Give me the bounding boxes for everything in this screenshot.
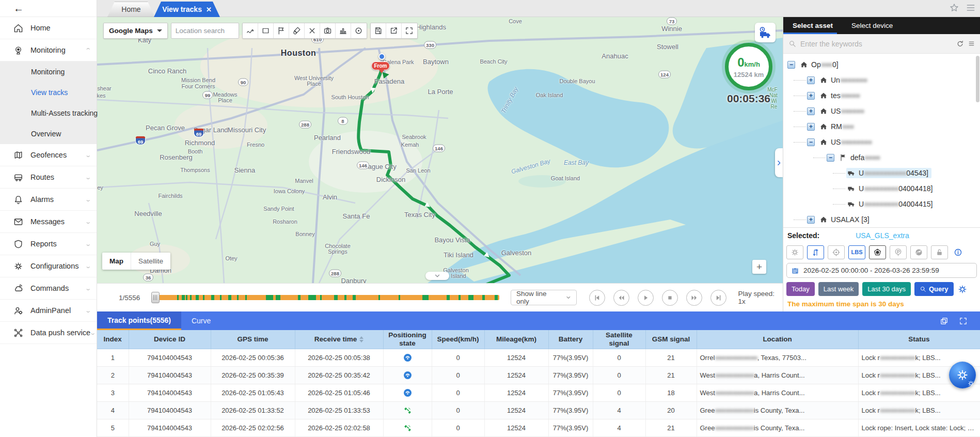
copy-window-icon[interactable] (940, 317, 949, 325)
favorite-star-icon[interactable] (949, 3, 959, 13)
collapse-sidebar-icon[interactable]: ← (13, 3, 24, 14)
sidebar-item-reports[interactable]: Reports⌄ (0, 233, 97, 255)
sidebar-item-monitoring[interactable]: Monitoring (0, 61, 97, 82)
sidebar-item-adminpanel[interactable]: AdminPanel⌄ (0, 300, 97, 322)
sidebar-item-monitoring[interactable]: Monitoring⌃ (0, 39, 97, 61)
tree-node[interactable]: −US■■■■■■■■ (783, 134, 980, 150)
map-type-map-button[interactable]: Map (102, 253, 131, 270)
sidebar-item-home[interactable]: Home (0, 17, 97, 39)
tree-node-selected[interactable]: U■■■■■■■■■■■04543] (783, 165, 980, 181)
collapse-node-icon[interactable]: − (807, 138, 815, 146)
tree-node[interactable]: +tes■■■■■ (783, 88, 980, 103)
query-settings-icon[interactable] (957, 282, 968, 296)
tree-node[interactable]: U■■■■■■■■■04004415] (783, 196, 980, 212)
expand-node-icon[interactable]: + (807, 107, 815, 115)
sidebar-item-geofences[interactable]: Geofences⌄ (0, 144, 97, 166)
last-week-button[interactable]: Last week (818, 282, 859, 296)
lock-toggle[interactable] (931, 245, 948, 259)
save-button[interactable] (371, 23, 386, 38)
delete-button[interactable] (305, 23, 320, 38)
table-row[interactable]: 57941040045432026-02-25 02:02:562026-02-… (97, 419, 980, 436)
slider-handle[interactable] (151, 292, 160, 303)
follow-toggle[interactable] (828, 245, 845, 259)
skip-start-button[interactable] (589, 290, 605, 306)
tab-view-tracks[interactable]: View tracks ✕ (154, 2, 220, 17)
date-range-picker[interactable]: 2026-02-25 00:00:00 - 2026-03-26 23:59:5… (786, 263, 977, 278)
playback-slider[interactable] (151, 292, 499, 303)
asset-list-toggle-button[interactable] (755, 23, 776, 42)
clear-draw-button[interactable] (289, 23, 305, 38)
panel-toggle-button[interactable] (775, 148, 783, 177)
map-canvas[interactable]: HoustonKatyCinco RanchMission BendFour C… (97, 17, 783, 283)
tree-node[interactable]: +US■■■■■■ (783, 103, 980, 119)
sidebar-item-commands[interactable]: Commands⌄ (0, 277, 97, 300)
map-provider-dropdown[interactable]: Google Maps (103, 23, 168, 39)
sidebar-item-multi-assets-tracking[interactable]: Multi-Assets tracking (0, 103, 97, 123)
tree-menu-icon[interactable] (968, 40, 975, 48)
rewind-button[interactable] (613, 290, 629, 306)
parking-toggle[interactable] (890, 245, 907, 259)
tree-node[interactable]: +RM■■■ (783, 119, 980, 134)
selected-asset-link[interactable]: USA_GLS_extra (856, 231, 909, 240)
export-button[interactable] (386, 23, 402, 38)
tree-node[interactable]: U■■■■■■■■■04004418] (783, 181, 980, 196)
table-row[interactable]: 37941040045432026-02-25 01:05:432026-02-… (97, 384, 980, 401)
sidebar-item-routes[interactable]: Routes⌄ (0, 166, 97, 189)
tab-track-points[interactable]: Track points(5556) (97, 311, 181, 330)
chart-button[interactable] (336, 23, 351, 38)
tree-node[interactable]: +USALAX [3] (783, 212, 980, 227)
settings-toggle[interactable] (786, 245, 803, 259)
draw-curve-button[interactable] (243, 23, 258, 38)
sidebar-item-alarms[interactable]: Alarms⌄ (0, 189, 97, 211)
fast-forward-button[interactable] (686, 290, 702, 306)
table-row[interactable]: 27941040045432026-02-25 00:35:392026-02-… (97, 366, 980, 384)
close-tab-icon[interactable]: ✕ (206, 6, 212, 13)
sidebar-item-data-push-service[interactable]: Data push service⌄ (0, 322, 97, 344)
sidebar-item-view-tracks[interactable]: View tracks (0, 82, 97, 103)
draw-flag-button[interactable] (274, 23, 289, 38)
line-display-select[interactable]: Show line only (511, 290, 577, 305)
expand-node-icon[interactable]: + (807, 76, 815, 84)
dashboard-toggle[interactable] (910, 245, 927, 259)
expand-node-icon[interactable]: + (807, 92, 815, 100)
tab-select-device[interactable]: Select device (842, 17, 902, 34)
expand-node-icon[interactable]: + (807, 123, 815, 131)
tab-select-asset[interactable]: Select asset (783, 17, 842, 34)
sidebar-item-overview[interactable]: Overview (0, 123, 97, 144)
play-button[interactable] (638, 290, 654, 306)
tree-node[interactable]: −defa■■■■ (783, 150, 980, 165)
zoom-in-button[interactable]: + (752, 260, 766, 274)
lbs-toggle[interactable]: LBS (848, 245, 865, 259)
tab-curve[interactable]: Curve (181, 311, 221, 330)
slider-track[interactable] (159, 295, 499, 300)
keyword-search-input[interactable] (800, 40, 952, 48)
query-button[interactable]: Query (914, 282, 954, 296)
tree-node[interactable]: +Un■■■■■■■ (783, 72, 980, 88)
sidebar-item-configurations[interactable]: Configurations⌄ (0, 255, 97, 277)
locate-button[interactable] (351, 23, 367, 38)
refresh-icon[interactable] (956, 40, 964, 48)
expand-node-icon[interactable]: + (807, 216, 815, 224)
table-row[interactable]: 47941040045432026-02-25 01:33:522026-02-… (97, 401, 980, 419)
menu-icon[interactable] (966, 3, 976, 13)
collapse-map-button[interactable] (425, 272, 449, 280)
tab-home[interactable]: Home (107, 2, 155, 17)
location-search-input[interactable] (171, 23, 239, 39)
info-toggle[interactable] (952, 245, 964, 259)
stop-button[interactable] (662, 290, 678, 306)
fullscreen-icon[interactable] (959, 317, 968, 325)
collapse-node-icon[interactable]: − (787, 61, 795, 69)
today-button[interactable]: Today (786, 282, 815, 296)
last-30-days-button[interactable]: Last 30 days (862, 282, 911, 296)
table-row[interactable]: 17941040045432026-02-25 00:05:362026-02-… (97, 349, 980, 366)
fullscreen-button[interactable] (402, 23, 417, 38)
route-toggle[interactable] (807, 245, 824, 259)
draw-rectangle-button[interactable] (258, 23, 274, 38)
map-type-satellite-button[interactable]: Satellite (131, 253, 170, 270)
tree-node[interactable]: −Op■■■ 0] (783, 57, 980, 72)
sort-icon[interactable] (359, 334, 363, 345)
column-header-receive-time[interactable]: Receive time (295, 330, 383, 349)
skip-end-button[interactable] (710, 290, 726, 306)
floating-service-gear-button[interactable] (949, 362, 976, 388)
collapse-node-icon[interactable]: − (827, 154, 834, 162)
